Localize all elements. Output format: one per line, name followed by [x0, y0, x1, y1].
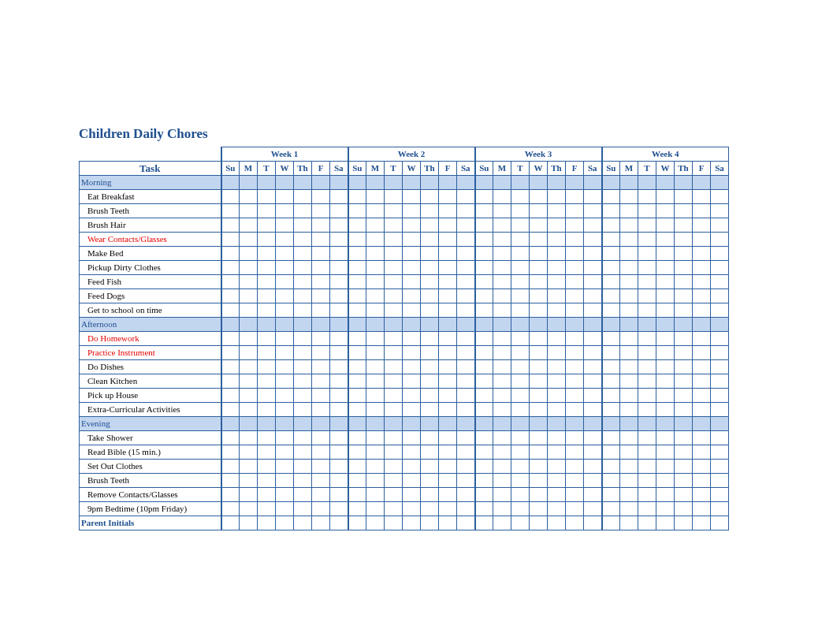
checkbox-cell[interactable]: [258, 176, 276, 190]
checkbox-cell[interactable]: [240, 502, 258, 516]
checkbox-cell[interactable]: [294, 261, 312, 275]
checkbox-cell[interactable]: [584, 445, 602, 460]
checkbox-cell[interactable]: [475, 374, 493, 389]
checkbox-cell[interactable]: [602, 445, 620, 460]
checkbox-cell[interactable]: [548, 403, 566, 417]
checkbox-cell[interactable]: [656, 488, 675, 502]
checkbox-cell[interactable]: [638, 303, 656, 318]
checkbox-cell[interactable]: [403, 303, 421, 318]
checkbox-cell[interactable]: [511, 176, 530, 190]
checkbox-cell[interactable]: [276, 488, 294, 502]
checkbox-cell[interactable]: [493, 474, 511, 488]
checkbox-cell[interactable]: [258, 460, 276, 474]
checkbox-cell[interactable]: [530, 233, 548, 247]
checkbox-cell[interactable]: [620, 332, 638, 346]
checkbox-cell[interactable]: [602, 247, 620, 261]
checkbox-cell[interactable]: [693, 190, 711, 204]
checkbox-cell[interactable]: [548, 204, 566, 218]
checkbox-cell[interactable]: [602, 303, 620, 318]
checkbox-cell[interactable]: [511, 233, 530, 247]
checkbox-cell[interactable]: [439, 275, 457, 289]
checkbox-cell[interactable]: [511, 460, 530, 474]
checkbox-cell[interactable]: [693, 445, 711, 460]
checkbox-cell[interactable]: [656, 374, 675, 389]
checkbox-cell[interactable]: [330, 389, 348, 403]
checkbox-cell[interactable]: [548, 389, 566, 403]
checkbox-cell[interactable]: [457, 431, 475, 445]
checkbox-cell[interactable]: [258, 445, 276, 460]
checkbox-cell[interactable]: [711, 247, 729, 261]
checkbox-cell[interactable]: [584, 431, 602, 445]
checkbox-cell[interactable]: [620, 247, 638, 261]
checkbox-cell[interactable]: [693, 233, 711, 247]
checkbox-cell[interactable]: [620, 488, 638, 502]
checkbox-cell[interactable]: [656, 332, 675, 346]
checkbox-cell[interactable]: [348, 303, 366, 318]
checkbox-cell[interactable]: [584, 289, 602, 303]
checkbox-cell[interactable]: [548, 360, 566, 374]
checkbox-cell[interactable]: [258, 204, 276, 218]
checkbox-cell[interactable]: [548, 474, 566, 488]
checkbox-cell[interactable]: [511, 247, 530, 261]
checkbox-cell[interactable]: [638, 247, 656, 261]
checkbox-cell[interactable]: [240, 176, 258, 190]
checkbox-cell[interactable]: [366, 346, 385, 360]
checkbox-cell[interactable]: [675, 403, 693, 417]
checkbox-cell[interactable]: [475, 332, 493, 346]
checkbox-cell[interactable]: [530, 218, 548, 233]
checkbox-cell[interactable]: [638, 460, 656, 474]
checkbox-cell[interactable]: [403, 403, 421, 417]
checkbox-cell[interactable]: [439, 204, 457, 218]
checkbox-cell[interactable]: [330, 289, 348, 303]
checkbox-cell[interactable]: [221, 289, 240, 303]
checkbox-cell[interactable]: [330, 190, 348, 204]
checkbox-cell[interactable]: [620, 176, 638, 190]
checkbox-cell[interactable]: [711, 403, 729, 417]
checkbox-cell[interactable]: [240, 417, 258, 431]
checkbox-cell[interactable]: [276, 460, 294, 474]
checkbox-cell[interactable]: [530, 516, 548, 530]
checkbox-cell[interactable]: [385, 417, 403, 431]
checkbox-cell[interactable]: [403, 204, 421, 218]
checkbox-cell[interactable]: [403, 289, 421, 303]
checkbox-cell[interactable]: [439, 360, 457, 374]
checkbox-cell[interactable]: [421, 516, 439, 530]
checkbox-cell[interactable]: [348, 360, 366, 374]
checkbox-cell[interactable]: [711, 218, 729, 233]
checkbox-cell[interactable]: [493, 332, 511, 346]
checkbox-cell[interactable]: [675, 431, 693, 445]
checkbox-cell[interactable]: [330, 516, 348, 530]
checkbox-cell[interactable]: [221, 346, 240, 360]
checkbox-cell[interactable]: [511, 303, 530, 318]
checkbox-cell[interactable]: [330, 346, 348, 360]
checkbox-cell[interactable]: [602, 360, 620, 374]
checkbox-cell[interactable]: [457, 233, 475, 247]
checkbox-cell[interactable]: [294, 218, 312, 233]
checkbox-cell[interactable]: [312, 218, 330, 233]
checkbox-cell[interactable]: [620, 431, 638, 445]
checkbox-cell[interactable]: [511, 403, 530, 417]
checkbox-cell[interactable]: [439, 218, 457, 233]
checkbox-cell[interactable]: [294, 374, 312, 389]
checkbox-cell[interactable]: [276, 218, 294, 233]
checkbox-cell[interactable]: [240, 474, 258, 488]
checkbox-cell[interactable]: [493, 445, 511, 460]
checkbox-cell[interactable]: [675, 360, 693, 374]
checkbox-cell[interactable]: [493, 431, 511, 445]
checkbox-cell[interactable]: [312, 303, 330, 318]
checkbox-cell[interactable]: [511, 431, 530, 445]
checkbox-cell[interactable]: [403, 261, 421, 275]
checkbox-cell[interactable]: [240, 289, 258, 303]
checkbox-cell[interactable]: [294, 389, 312, 403]
checkbox-cell[interactable]: [294, 460, 312, 474]
checkbox-cell[interactable]: [693, 460, 711, 474]
checkbox-cell[interactable]: [620, 218, 638, 233]
checkbox-cell[interactable]: [403, 247, 421, 261]
checkbox-cell[interactable]: [403, 516, 421, 530]
checkbox-cell[interactable]: [566, 360, 584, 374]
checkbox-cell[interactable]: [493, 233, 511, 247]
checkbox-cell[interactable]: [366, 389, 385, 403]
checkbox-cell[interactable]: [385, 389, 403, 403]
checkbox-cell[interactable]: [638, 374, 656, 389]
checkbox-cell[interactable]: [584, 218, 602, 233]
